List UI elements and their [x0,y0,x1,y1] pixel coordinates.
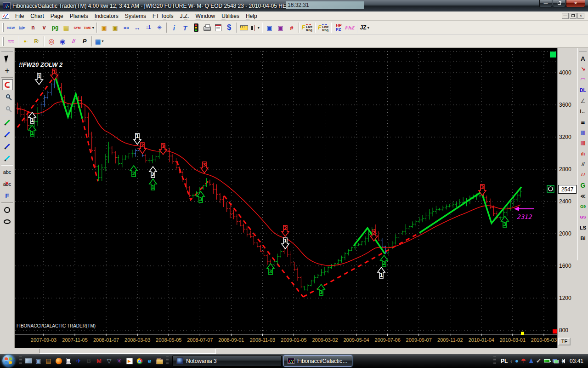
text-abc-tool-button[interactable]: abc [2,167,13,178]
palette-grip[interactable] [1,49,13,52]
planet-r-button[interactable]: R∙ [31,36,42,47]
menu-page[interactable]: Page [47,12,67,20]
dollar-button[interactable]: $ [224,22,235,33]
menu-file[interactable]: File [12,12,27,20]
arc-tool-button[interactable]: ◠ [578,75,588,85]
delete-text-tool-button[interactable]: abc✕ [2,178,13,190]
show-desktop-icon[interactable] [24,356,33,365]
mdi-document-icon[interactable] [2,13,9,19]
chart-window-blue-button[interactable]: ▣ [264,22,275,33]
tray-messenger-icon[interactable]: ● [515,358,519,364]
p-wave-button[interactable]: P [79,36,90,47]
parallel-lines-tool-button[interactable]: // [578,159,588,169]
pen-blue2-tool-button[interactable] [2,141,13,152]
folder-icon[interactable] [155,356,164,365]
menu-indicators[interactable]: Indicators [91,12,122,20]
bars-v-button[interactable]: v [39,22,50,33]
timeframe-button[interactable]: TF [558,338,571,345]
magnet-tool-button[interactable] [2,79,13,90]
media-play-icon[interactable]: ▶ [125,356,134,365]
menu-help[interactable]: Help [243,12,260,20]
tray-agent-icon[interactable]: ♟ [528,358,534,364]
toolbar-grip[interactable] [2,23,4,32]
toolbar-grip[interactable] [2,37,4,46]
battery-icon[interactable] [544,359,550,362]
fan-tool-button[interactable]: ≪ [578,191,588,201]
task-button-2[interactable]: Fibonacci/Galactic ... [283,355,352,367]
compress-scale-button[interactable]: »« [121,22,132,33]
chart-window-purple-button[interactable]: ▣ [275,22,286,33]
page-setup-button[interactable]: pg [50,22,61,33]
bi-tool-button[interactable]: Bi [578,233,588,243]
angle-tool-button[interactable]: ∠ [578,96,588,106]
g9-tool-button[interactable]: G9 [578,201,588,212]
star-tool-button[interactable]: ✳ [154,22,165,33]
menu-planets[interactable]: Planets [67,12,91,20]
start-button[interactable] [2,355,15,367]
pen-blue-tool-button[interactable] [2,129,13,140]
text-a-tool-button[interactable]: A [578,53,588,63]
volume-icon[interactable] [561,359,565,363]
timeframe-button[interactable]: TIME▾ [83,22,95,33]
unit-scale-button[interactable]: ↕1 [143,22,154,33]
live-range-blue-button[interactable]: FLiveRng [317,22,329,33]
text-note-button[interactable]: T [180,22,191,33]
tray-avira-icon[interactable]: ☂ [521,358,526,364]
jz-dropdown-icon[interactable]: ▾ [368,26,369,30]
firefox-icon[interactable] [54,356,63,365]
live-range-red-button[interactable]: FLiveRng [301,22,313,33]
hlines-tool-button[interactable]: ≡ [578,117,588,127]
media-library-icon[interactable]: ▤ [44,356,53,365]
dotted-channel-tool-button[interactable]: /:/ [578,170,588,180]
traffic-light-button[interactable] [191,22,202,33]
minimize-button[interactable]: — [539,0,552,7]
task-button-1[interactable]: Notowania 3 [172,355,282,367]
chrome-orb-icon[interactable] [135,356,144,365]
print-button[interactable] [202,22,213,33]
tray-expand-icon[interactable]: ‹ [510,358,512,364]
gann-g-tool-button[interactable]: G [578,180,588,190]
price-chart[interactable]: 11111223213332132213323122007-09-032007-… [15,48,557,348]
notepad-icon[interactable] [64,356,73,365]
calendar-button[interactable] [213,22,224,33]
vlines-red-tool-button[interactable]: |||| [578,138,588,148]
recycle-bin-icon[interactable]: ▽ [105,356,113,365]
ls-tool-button[interactable]: LS [578,223,588,233]
fibonacci-f-tool-button[interactable]: F [2,190,13,201]
new-window-button[interactable]: ▣ [110,22,121,33]
expand-scale-button[interactable]: ↔ [132,22,143,33]
menu-fttools[interactable]: FT Tools [149,12,177,20]
internet-explorer-icon[interactable]: e [145,356,154,365]
bar-pattern-tool-button[interactable]: ılı [578,149,588,159]
restore-button[interactable] [553,0,565,7]
chart-style-dropdown-icon[interactable]: ▾ [258,26,260,30]
menu-utilities[interactable]: Utilities [218,12,243,20]
dl-tool-button[interactable]: DL [578,85,588,95]
open-chart-button[interactable]: ▤▸ [17,22,28,33]
crosshair-tool-button[interactable]: + [2,65,13,76]
pink-angles-button[interactable]: // [68,36,79,47]
ellipse-tool-button[interactable] [2,216,13,227]
palette-grip[interactable] [579,49,587,52]
timeframe-dropdown-icon[interactable]: ▾ [92,26,94,30]
new-chart-button[interactable]: NEW [6,22,17,33]
gs-tool-button[interactable]: GS [578,212,588,222]
vlines-blue-tool-button[interactable]: |||| [578,127,588,138]
menu-systems[interactable]: Systems [122,12,149,20]
app-icon[interactable] [3,2,11,9]
chart-style-button[interactable]: ▾ [249,22,260,33]
jz-button[interactable]: JZ▾ [359,22,370,33]
zoom-doc-tool-disabled-button[interactable] [2,103,13,114]
info-pointer-button[interactable]: i [169,22,180,33]
blue-grid-button[interactable]: ▦▾ [94,36,105,47]
window-switcher-icon[interactable]: ▣ [34,356,43,365]
impulse-tool-button[interactable]: I← [578,106,588,116]
hp-fz-button[interactable]: HPFZ [333,22,344,33]
bars-n-button[interactable]: n [28,22,39,33]
circle-tool-button[interactable] [2,204,13,215]
bird-app-icon[interactable]: ✈ [74,356,83,365]
grid-window-button[interactable]: ▦ [61,22,72,33]
symbol-button[interactable]: SYM [72,22,83,33]
menu-window[interactable]: Window [192,12,219,20]
pen-green-tool-button[interactable] [2,117,13,128]
